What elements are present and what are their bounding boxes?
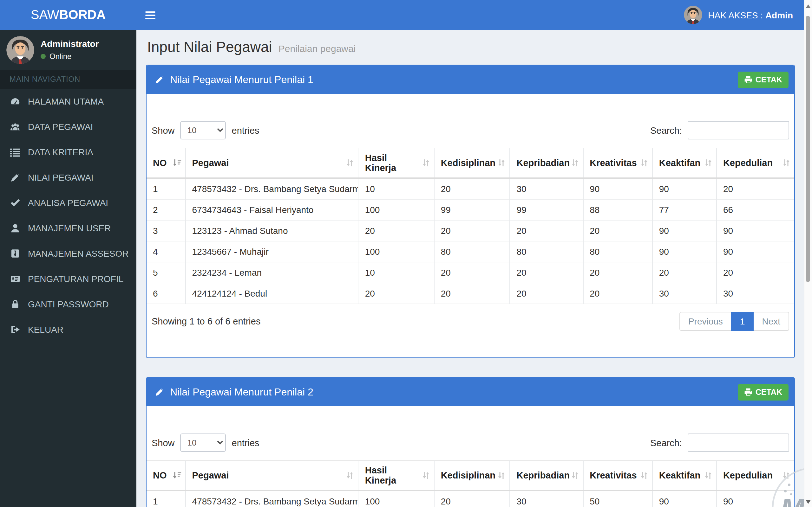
column-header-no[interactable]: NO bbox=[147, 460, 186, 491]
column-header-kreativitas[interactable]: Kreativitas bbox=[583, 148, 652, 178]
table-cell: 90 bbox=[716, 491, 794, 507]
cetak-button[interactable]: CETAK bbox=[738, 384, 789, 400]
table-cell: 2324234 - Leman bbox=[186, 262, 358, 283]
table-cell: 30 bbox=[653, 283, 716, 304]
check-icon bbox=[10, 198, 20, 208]
table-row: 6424124124 - Bedul202020203030 bbox=[147, 283, 794, 304]
table-cell: 20 bbox=[510, 262, 583, 283]
table-row: 412345667 - Muhajir1008080809090 bbox=[147, 241, 794, 262]
main-content: Input Nilai Pegawai Penilaian pegawai Ni… bbox=[136, 30, 812, 507]
pagination-next-button[interactable]: Next bbox=[754, 312, 789, 331]
sidebar-item-label: ANALISA PEGAWAI bbox=[28, 198, 108, 208]
table-cell: 20 bbox=[510, 283, 583, 304]
column-header-kepedulian[interactable]: Kepedulian bbox=[716, 460, 794, 491]
table-cell: 478573432 - Drs. Bambang Setya Sudarmo bbox=[186, 491, 358, 507]
column-header-label: Kedisiplinan bbox=[441, 470, 496, 481]
sidebar-item-pengaturan-profil[interactable]: PENGATURAN PROFIL bbox=[0, 266, 136, 291]
sidebar-item-manajemen-user[interactable]: MANAJEMEN USER bbox=[0, 216, 136, 241]
printer-icon bbox=[744, 388, 752, 396]
search-control: Search: bbox=[650, 121, 789, 139]
sidebar-item-label: GANTI PASSWORD bbox=[28, 299, 109, 309]
scrollbar[interactable] bbox=[804, 0, 812, 507]
list-icon bbox=[10, 147, 20, 157]
table-cell: 20 bbox=[434, 491, 510, 507]
column-header-kepribadian[interactable]: Kepribadian bbox=[510, 460, 583, 491]
access-role-label: HAK AKSES : Admin bbox=[708, 10, 793, 20]
page-length-select[interactable]: 10 bbox=[181, 434, 226, 452]
column-header-kepedulian[interactable]: Kepedulian bbox=[716, 148, 794, 178]
table-cell: 90 bbox=[653, 241, 716, 262]
table-cell: 30 bbox=[716, 283, 794, 304]
column-header-hasil-kinerja[interactable]: Hasil Kinerja bbox=[358, 148, 434, 178]
table-cell: 2 bbox=[147, 199, 186, 220]
column-header-keaktifan[interactable]: Keaktifan bbox=[653, 148, 716, 178]
search-label: Search: bbox=[650, 438, 682, 448]
panel-heading: Nilai Pegawai Menurut Penilai 1 CETAK bbox=[147, 65, 794, 94]
sidebar-item-keluar[interactable]: KELUAR bbox=[0, 317, 136, 342]
sidebar-item-data-pegawai[interactable]: DATA PEGAWAI bbox=[0, 114, 136, 139]
pencil-icon bbox=[10, 172, 20, 182]
table-cell: 10 bbox=[358, 262, 434, 283]
avatar-icon bbox=[684, 6, 702, 24]
sidebar-item-nilai-pegawai[interactable]: NILAI PEGAWAI bbox=[0, 165, 136, 190]
cetak-button[interactable]: CETAK bbox=[738, 71, 789, 88]
column-header-kreativitas[interactable]: Kreativitas bbox=[583, 460, 652, 491]
column-header-label: Kepribadian bbox=[517, 158, 570, 168]
pencil-icon bbox=[155, 75, 164, 84]
column-header-label: Kreativitas bbox=[590, 470, 637, 481]
table-row: 1478573432 - Drs. Bambang Setya Sudarmo1… bbox=[147, 178, 794, 199]
table-cell: 88 bbox=[583, 199, 652, 220]
column-header-kedisiplinan[interactable]: Kedisiplinan bbox=[434, 148, 510, 178]
sidebar-nav-header: MAIN NAVIGATION bbox=[0, 70, 136, 89]
sidebar-item-label: MANAJEMEN ASSESOR bbox=[28, 248, 129, 259]
table-cell: 4 bbox=[147, 241, 186, 262]
table-cell: 66 bbox=[716, 199, 794, 220]
table-cell: 30 bbox=[510, 178, 583, 199]
table-cell: 1 bbox=[147, 178, 186, 199]
sort-icon bbox=[498, 471, 506, 480]
column-header-pegawai[interactable]: Pegawai bbox=[186, 460, 358, 491]
user-menu[interactable]: HAK AKSES : Admin bbox=[684, 0, 812, 30]
pagination-previous-button[interactable]: Previous bbox=[679, 312, 731, 331]
page-length-select[interactable]: 10 bbox=[181, 121, 226, 139]
pagination-page-1-button[interactable]: 1 bbox=[731, 312, 754, 331]
column-header-keaktifan[interactable]: Keaktifan bbox=[653, 460, 716, 491]
brand-logo[interactable]: SAWBORDA bbox=[0, 0, 136, 30]
table-cell: 6734734643 - Faisal Heriyanto bbox=[186, 199, 358, 220]
scroll-up-arrow-icon[interactable] bbox=[806, 4, 811, 8]
table-cell: 20 bbox=[653, 262, 716, 283]
search-input[interactable] bbox=[688, 121, 789, 139]
sidebar-user-panel: Administrator Online bbox=[0, 30, 136, 70]
column-header-pegawai[interactable]: Pegawai bbox=[186, 148, 358, 178]
sort-ascending-icon bbox=[172, 471, 182, 480]
sidebar-item-analisa-pegawai[interactable]: ANALISA PEGAWAI bbox=[0, 190, 136, 216]
sidebar: Administrator Online MAIN NAVIGATION HAL… bbox=[0, 30, 136, 507]
entries-label: entries bbox=[232, 125, 259, 135]
sidebar-item-label: DATA KRITERIA bbox=[28, 147, 93, 157]
scrollbar-thumb[interactable] bbox=[806, 16, 810, 282]
column-header-label: Keaktifan bbox=[659, 470, 701, 481]
table-cell: 90 bbox=[653, 220, 716, 241]
column-header-hasil-kinerja[interactable]: Hasil Kinerja bbox=[358, 460, 434, 491]
pencil-icon bbox=[155, 387, 164, 397]
table-cell: 20 bbox=[716, 262, 794, 283]
column-header-kedisiplinan[interactable]: Kedisiplinan bbox=[434, 460, 510, 491]
search-input[interactable] bbox=[688, 434, 789, 452]
top-navbar: SAWBORDA HAK AKSES : Admin bbox=[0, 0, 812, 30]
column-header-no[interactable]: NO bbox=[147, 148, 186, 178]
table-cell: 20 bbox=[434, 220, 510, 241]
table-info: Showing 1 to 6 of 6 entries bbox=[152, 316, 260, 326]
table-cell: 100 bbox=[358, 241, 434, 262]
table-cell: 20 bbox=[434, 283, 510, 304]
column-header-kepribadian[interactable]: Kepribadian bbox=[510, 148, 583, 178]
sort-icon bbox=[704, 158, 712, 167]
sidebar-item-halaman-utama[interactable]: HALAMAN UTAMA bbox=[0, 89, 136, 114]
sidebar-item-data-kriteria[interactable]: DATA KRITERIA bbox=[0, 139, 136, 165]
sidebar-toggle-icon[interactable] bbox=[136, 0, 164, 30]
datatable-footer: Showing 1 to 6 of 6 entries Previous 1 N… bbox=[152, 312, 789, 331]
table-cell: 100 bbox=[358, 199, 434, 220]
panel-body: Show 10 entries Search: NOPegawaiHasil K… bbox=[147, 434, 794, 507]
sidebar-item-manajemen-assesor[interactable]: MANAJEMEN ASSESOR bbox=[0, 241, 136, 266]
scroll-down-arrow-icon[interactable] bbox=[806, 500, 811, 504]
sidebar-item-ganti-password[interactable]: GANTI PASSWORD bbox=[0, 291, 136, 317]
